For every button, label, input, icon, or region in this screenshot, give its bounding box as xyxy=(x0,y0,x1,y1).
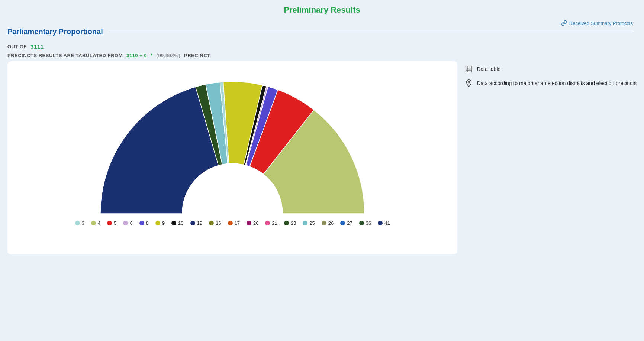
precincts-label: PRECINCTS RESULTS ARE TABULATED FROM xyxy=(7,53,123,58)
legend-item: 6 xyxy=(123,220,132,226)
section-title: Parliamentary Proportional xyxy=(7,27,103,36)
legend-dot xyxy=(190,221,195,225)
precincts-asterisk: * xyxy=(151,53,153,58)
main-content: 345689101216172021232526273641 Data tabl… xyxy=(0,61,644,254)
legend-label: 23 xyxy=(291,220,296,226)
section-header: Parliamentary Proportional xyxy=(0,27,644,36)
precincts-value: 3110 + 0 xyxy=(126,53,147,58)
legend-dot xyxy=(155,221,160,225)
right-panel: Data table Data according to majoritaria… xyxy=(465,61,637,254)
stats-row: OUT OF 3111 PRECINCTS RESULTS ARE TABULA… xyxy=(0,40,644,61)
top-header: Preliminary Results xyxy=(0,0,644,18)
legend-item: 20 xyxy=(247,220,258,226)
data-district-item[interactable]: Data according to majoritarian election … xyxy=(465,79,637,87)
received-protocols-bar: Received Summary Protocols xyxy=(0,18,644,27)
legend-label: 3 xyxy=(82,220,84,226)
legend-item: 3 xyxy=(75,220,84,226)
legend-label: 41 xyxy=(384,220,390,226)
svg-rect-2 xyxy=(466,66,472,72)
legend-label: 5 xyxy=(114,220,116,226)
legend-dot xyxy=(284,221,289,225)
svg-rect-1 xyxy=(91,214,374,217)
legend-label: 16 xyxy=(216,220,221,226)
legend-label: 6 xyxy=(130,220,132,226)
legend-item: 26 xyxy=(322,220,334,226)
precincts-pct: (99.968%) xyxy=(157,53,180,58)
out-of-value: 3111 xyxy=(30,43,44,50)
data-table-item[interactable]: Data table xyxy=(465,65,637,73)
legend-dot xyxy=(322,221,326,225)
legend-item: 9 xyxy=(155,220,165,226)
legend-dot xyxy=(139,221,144,225)
svg-point-7 xyxy=(468,81,470,83)
legend-label: 20 xyxy=(253,220,258,226)
legend-item: 5 xyxy=(107,220,116,226)
legend-label: 8 xyxy=(146,220,149,226)
legend-dot xyxy=(303,221,307,225)
page-wrapper: Preliminary Results Received Summary Pro… xyxy=(0,0,644,254)
precincts-suffix: PRECINCT xyxy=(184,53,210,58)
table-icon xyxy=(465,65,473,73)
legend-item: 10 xyxy=(171,220,183,226)
data-district-label: Data according to majoritarian election … xyxy=(477,80,637,86)
legend-label: 27 xyxy=(347,220,352,226)
legend-item: 4 xyxy=(91,220,100,226)
out-of-stat: OUT OF 3111 xyxy=(7,43,637,50)
legend-dot xyxy=(340,221,345,225)
legend-item: 23 xyxy=(284,220,296,226)
legend-item: 12 xyxy=(190,220,202,226)
legend-item: 41 xyxy=(378,220,390,226)
legend-label: 26 xyxy=(328,220,334,226)
link-icon xyxy=(561,20,567,26)
location-icon xyxy=(465,79,473,87)
legend-label: 21 xyxy=(272,220,277,226)
legend-label: 12 xyxy=(197,220,202,226)
legend-dot xyxy=(171,221,176,225)
chart-area: 345689101216172021232526273641 xyxy=(7,61,457,254)
out-of-label: OUT OF xyxy=(7,44,27,49)
legend-dot xyxy=(75,221,80,225)
legend-dot xyxy=(247,221,251,225)
section-divider xyxy=(110,32,633,32)
legend-item: 27 xyxy=(340,220,352,226)
precincts-stat: PRECINCTS RESULTS ARE TABULATED FROM 311… xyxy=(7,53,637,58)
legend-item: 17 xyxy=(228,220,240,226)
page-title: Preliminary Results xyxy=(0,5,644,15)
legend-item: 16 xyxy=(209,220,221,226)
legend-label: 4 xyxy=(98,220,100,226)
legend-label: 36 xyxy=(366,220,371,226)
legend-dot xyxy=(359,221,364,225)
legend-item: 8 xyxy=(139,220,149,226)
legend-dot xyxy=(265,221,270,225)
legend-dot xyxy=(209,221,214,225)
legend-item: 21 xyxy=(265,220,277,226)
legend-item: 25 xyxy=(303,220,315,226)
legend-dot xyxy=(228,221,233,225)
legend-dot xyxy=(378,221,383,225)
received-protocols-label: Received Summary Protocols xyxy=(569,20,633,26)
legend-dot xyxy=(123,221,128,225)
donut-container xyxy=(91,69,374,217)
legend-label: 17 xyxy=(235,220,240,226)
legend-dot xyxy=(91,221,96,225)
legend-dot xyxy=(107,221,112,225)
legend-item: 36 xyxy=(359,220,371,226)
legend-row: 345689101216172021232526273641 xyxy=(75,220,390,226)
donut-chart xyxy=(91,69,374,217)
data-table-label: Data table xyxy=(477,66,500,72)
legend-label: 25 xyxy=(309,220,315,226)
received-protocols-link[interactable]: Received Summary Protocols xyxy=(561,20,633,26)
legend-label: 9 xyxy=(162,220,165,226)
legend-label: 10 xyxy=(178,220,183,226)
